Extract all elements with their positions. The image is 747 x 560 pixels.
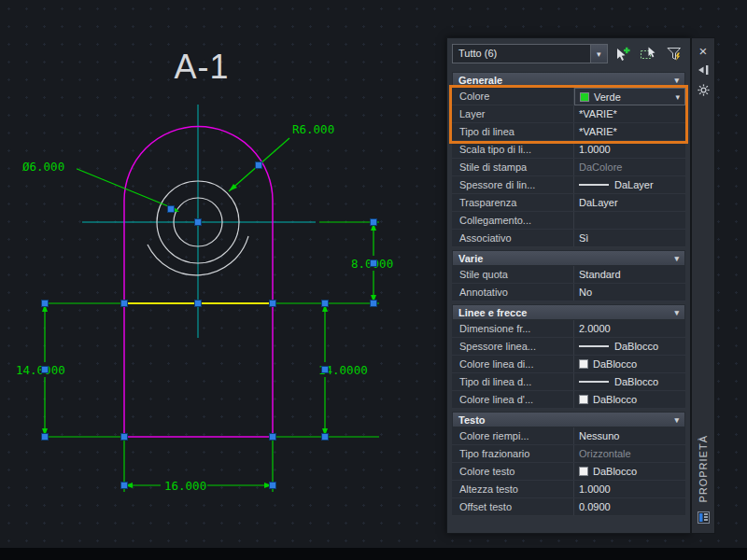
select-objects-button[interactable] [637, 42, 660, 65]
property-value[interactable]: Orizzontale [574, 445, 685, 462]
property-label: Colore testo [452, 463, 574, 480]
property-value[interactable]: Nessuno [574, 427, 685, 444]
property-row[interactable]: Dimensione fr...2.0000 [452, 320, 685, 338]
property-value[interactable]: DaBlocco [574, 373, 685, 390]
property-value-text: *VARIE* [579, 108, 617, 119]
dimension-text-left[interactable]: 14.0000 [16, 363, 65, 377]
property-value-text: DaBlocco [593, 358, 637, 370]
property-value[interactable]: Standard [574, 266, 685, 283]
property-value[interactable]: DaBlocco [574, 463, 685, 480]
palette-toolbar: Tutto (6) ▾ [447, 38, 690, 69]
property-row[interactable]: Tipo di linea*VARIE* [452, 123, 685, 141]
grip[interactable] [322, 367, 329, 373]
property-row[interactable]: TrasparenzaDaLayer [452, 194, 685, 212]
property-row[interactable]: Colore linea d'...DaBlocco [452, 391, 685, 409]
dimension-text-diameter[interactable]: Ø6.000 [22, 160, 64, 174]
grip[interactable] [42, 301, 49, 307]
property-value[interactable]: 2.0000 [574, 320, 685, 337]
grip[interactable] [121, 434, 128, 441]
color-swatch [579, 467, 588, 476]
close-button[interactable]: × [696, 43, 711, 58]
property-label: Spessore di lin... [452, 176, 574, 193]
palette-title[interactable]: PROPRIETÀ [698, 435, 709, 503]
property-value-text: 1.0000 [579, 144, 611, 155]
section-header-3[interactable]: Testo▾ [452, 412, 685, 427]
pickadd-toggle-button[interactable] [611, 42, 634, 65]
grip[interactable] [322, 301, 329, 307]
property-value[interactable]: DaBlocco [574, 338, 685, 355]
property-value[interactable]: DaLayer [574, 194, 685, 211]
property-value[interactable]: Verde▾ [574, 88, 685, 105]
property-row[interactable]: Layer*VARIE* [452, 105, 685, 123]
property-row[interactable]: Stile quotaStandard [452, 266, 685, 284]
grip[interactable] [195, 219, 202, 226]
property-value-text: 0.0900 [579, 501, 611, 512]
grip[interactable] [121, 301, 128, 307]
grip[interactable] [256, 162, 262, 169]
property-row[interactable]: Stile di stampaDaColore [452, 159, 685, 176]
property-value[interactable]: 1.0000 [574, 141, 685, 158]
property-row[interactable]: Altezza testo1.0000 [452, 481, 685, 498]
property-value[interactable] [574, 212, 685, 229]
property-value[interactable]: *VARIE* [574, 105, 685, 122]
grip[interactable] [270, 301, 276, 307]
palette-menu-button[interactable] [696, 82, 711, 97]
property-row[interactable]: Colore riempi...Nessuno [452, 427, 685, 445]
palette-title-bar[interactable]: × PROPRIETÀ [691, 37, 715, 534]
grip[interactable] [42, 434, 49, 441]
property-value-text: Verde [594, 91, 621, 103]
property-row[interactable]: Scala tipo di li...1.0000 [452, 141, 685, 159]
property-value[interactable]: 0.0900 [574, 498, 685, 515]
property-row[interactable]: Tipo di linea d...DaBlocco [452, 373, 685, 391]
combo-dropdown-button[interactable]: ▾ [590, 45, 607, 63]
section-header-2[interactable]: Linee e frecce▾ [452, 304, 685, 320]
auto-hide-button[interactable] [696, 63, 711, 77]
gear-icon [698, 84, 710, 96]
bottom-edge-bar [0, 548, 747, 560]
drawing-title-text[interactable]: A-1 [174, 48, 229, 86]
grip[interactable] [42, 367, 49, 373]
property-value-text: 2.0000 [579, 323, 611, 334]
grip[interactable] [371, 260, 377, 267]
property-row[interactable]: Colore testoDaBlocco [452, 463, 685, 481]
property-value[interactable]: Sì [574, 230, 685, 246]
chevron-down-icon[interactable]: ▾ [672, 92, 680, 102]
grip[interactable] [168, 206, 175, 213]
property-row[interactable]: Tipo frazionarioOrizzontale [452, 445, 685, 463]
property-value[interactable]: 1.0000 [574, 481, 685, 497]
chevron-down-icon[interactable]: ▾ [674, 76, 679, 85]
property-row[interactable]: AnnotativoNo [452, 284, 685, 301]
section-header-1[interactable]: Varie▾ [452, 250, 685, 266]
object-selector-combo[interactable]: Tutto (6) ▾ [452, 44, 608, 63]
property-row[interactable]: Colore linea di...DaBlocco [452, 356, 685, 373]
grip[interactable] [322, 434, 329, 441]
property-row[interactable]: ColoreVerde▾ [452, 88, 685, 105]
grip[interactable] [121, 483, 128, 489]
property-value[interactable]: DaBlocco [574, 391, 685, 408]
property-value[interactable]: *VARIE* [574, 123, 685, 140]
chevron-down-icon[interactable]: ▾ [674, 415, 679, 425]
grip[interactable] [371, 219, 377, 226]
chevron-down-icon[interactable]: ▾ [674, 308, 679, 317]
property-row[interactable]: Collegamento... [452, 212, 685, 230]
chevron-down-icon[interactable]: ▾ [674, 254, 679, 263]
dimension-text-radius[interactable]: R6.000 [292, 122, 334, 136]
dimension-text-bottom[interactable]: 16.000 [164, 479, 206, 493]
property-value-text: DaColore [579, 161, 622, 173]
property-value[interactable]: No [574, 284, 685, 301]
property-row[interactable]: Spessore linea...DaBlocco [452, 338, 685, 356]
property-value[interactable]: DaLayer [574, 176, 685, 193]
property-value[interactable]: DaBlocco [574, 356, 685, 372]
property-value-text: DaBlocco [593, 466, 637, 477]
grip[interactable] [270, 483, 276, 489]
property-row[interactable]: Offset testo0.0900 [452, 498, 685, 516]
section-header-0[interactable]: Generale▾ [452, 72, 685, 88]
line-preview [579, 184, 609, 186]
quick-select-button[interactable] [662, 42, 685, 65]
property-row[interactable]: AssociativoSì [452, 230, 685, 247]
property-row[interactable]: Spessore di lin...DaLayer [452, 176, 685, 194]
grip[interactable] [270, 434, 276, 441]
property-value[interactable]: DaColore [574, 159, 685, 175]
grip[interactable] [195, 301, 202, 307]
grip[interactable] [371, 301, 377, 307]
